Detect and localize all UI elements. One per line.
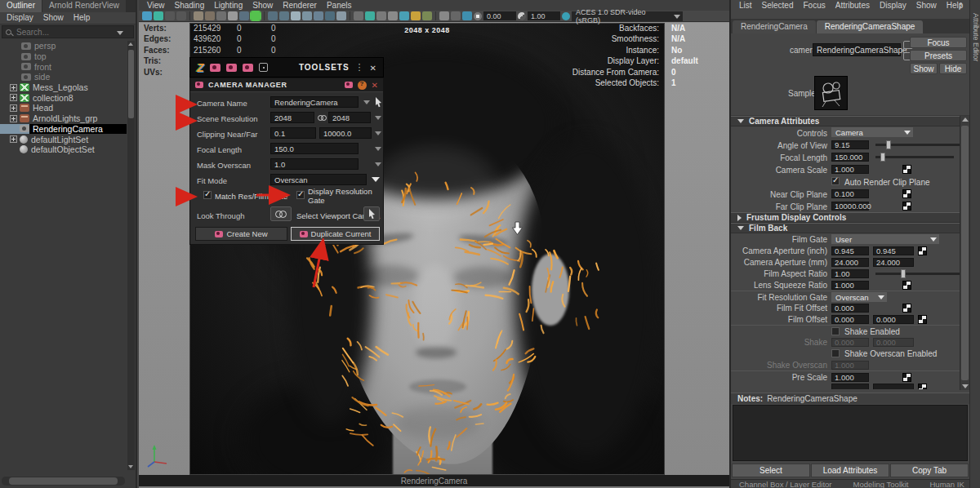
section-film-back[interactable]: Film Back <box>731 223 960 233</box>
checkbox[interactable] <box>831 349 840 357</box>
value-field[interactable]: 1.000 <box>831 361 869 370</box>
mask-overscan-field[interactable]: 1.0 <box>270 158 359 170</box>
select-button[interactable]: Select <box>732 464 810 477</box>
attribute-editor-scrollbar[interactable] <box>960 116 969 390</box>
toolbar-icon[interactable] <box>268 11 278 20</box>
load-attributes-button[interactable]: Load Attributes <box>811 464 889 477</box>
scroll-up-icon[interactable] <box>962 118 969 122</box>
select-viewport-button[interactable] <box>363 206 380 221</box>
value-field[interactable]: 24.000 <box>873 258 914 267</box>
viewport-menu-show[interactable]: Show <box>247 0 278 11</box>
expand-icon[interactable] <box>10 115 17 122</box>
chevron-down-icon[interactable] <box>375 116 381 120</box>
copy-tab-button[interactable]: Copy Tab <box>890 464 969 477</box>
search-input[interactable] <box>15 27 111 38</box>
outliner-item-collection8[interactable]: collection8 <box>0 92 127 103</box>
resolution-width-field[interactable]: 2048 <box>270 112 314 123</box>
slider-handle[interactable] <box>901 269 906 278</box>
value-field[interactable]: 150.000 <box>831 153 869 162</box>
value-field[interactable]: 0.945 <box>831 246 869 255</box>
value-field[interactable]: 10000.000 <box>831 202 869 211</box>
camera-toolset-icon[interactable] <box>210 64 220 72</box>
value-field[interactable]: 1.000 <box>831 165 869 174</box>
outliner-menu-display[interactable]: Display <box>2 12 38 24</box>
outliner-search[interactable] <box>2 25 134 38</box>
duplicate-current-button[interactable]: Duplicate Current <box>291 227 380 241</box>
viewport-menu-view[interactable]: View <box>142 0 170 11</box>
tab-renderingcamerashape[interactable]: RenderingCameraShape <box>817 20 924 33</box>
outliner-item-head[interactable]: Head <box>0 103 127 113</box>
gamma-icon[interactable] <box>518 12 526 20</box>
look-through-button[interactable] <box>270 206 292 221</box>
value-field[interactable]: 24.000 <box>831 258 869 267</box>
toolbar-icon[interactable] <box>251 11 261 20</box>
resolution-height-field[interactable]: 2048 <box>328 112 371 123</box>
toolbar-icon[interactable] <box>399 11 409 20</box>
viewport-menu-lighting[interactable]: Lighting <box>209 0 247 11</box>
display-gate-checkbox[interactable] <box>296 191 305 199</box>
value-field[interactable]: 0.000 <box>831 338 869 347</box>
texture-map-button[interactable] <box>918 315 927 324</box>
notes-textarea[interactable] <box>733 405 968 461</box>
toolbar-icon[interactable] <box>314 11 323 20</box>
value-field[interactable]: 0.100 <box>831 189 869 198</box>
toolbar-icon[interactable] <box>176 11 186 20</box>
value-field[interactable]: 0.000 <box>831 304 869 313</box>
dropdown[interactable]: Camera <box>831 127 913 137</box>
ae-menu-help[interactable]: Help <box>942 0 969 12</box>
fit-mode-dropdown[interactable]: Overscan <box>270 174 367 185</box>
texture-map-button[interactable] <box>902 304 911 313</box>
toolbar-icon[interactable] <box>154 11 163 20</box>
hide-button[interactable]: Hide <box>939 63 967 74</box>
focus-frame-icon[interactable] <box>259 63 268 72</box>
value-field[interactable]: 0.945 <box>873 246 914 255</box>
toolbar-icon[interactable] <box>291 11 301 20</box>
dropdown[interactable]: User <box>831 234 939 244</box>
tab-outliner[interactable]: Outliner <box>0 0 42 12</box>
value-field[interactable]: 0.000 <box>831 315 869 324</box>
texture-map-button[interactable] <box>918 384 927 390</box>
toolbar-icon[interactable] <box>336 11 346 20</box>
tab-renderingcamera[interactable]: RenderingCamera <box>733 20 816 33</box>
toolbar-icon[interactable] <box>216 11 226 20</box>
expand-icon[interactable] <box>10 104 17 112</box>
attribute-scroll-area[interactable]: Camera Attributes ControlsCameraAngle of… <box>731 116 960 390</box>
value-field[interactable]: 0.000 <box>873 315 914 324</box>
outliner-vscrollbar[interactable] <box>127 41 135 470</box>
checkbox[interactable] <box>831 327 840 335</box>
toolbar-icon[interactable] <box>228 11 238 20</box>
clip-near-field[interactable]: 0.1 <box>270 127 316 139</box>
toolbar-icon[interactable] <box>354 11 363 20</box>
toolbar-icon[interactable] <box>165 11 175 20</box>
checkbox[interactable] <box>831 177 840 185</box>
scroll-up-icon[interactable] <box>128 42 133 46</box>
outliner-item-renderingcamera[interactable]: RenderingCamera <box>0 124 127 135</box>
expand-icon[interactable] <box>10 94 17 101</box>
camera-manager-header[interactable]: CAMERA MANAGER <box>190 78 383 92</box>
outliner-item-defaultlightset[interactable]: defaultLightSet <box>0 134 127 144</box>
section-camera-attributes[interactable]: Camera Attributes <box>731 116 960 126</box>
camera-add-icon[interactable] <box>345 82 353 88</box>
slider-handle[interactable] <box>880 153 885 162</box>
presets-button[interactable]: Presets <box>910 50 967 61</box>
toolbar-icon[interactable] <box>279 11 289 20</box>
outliner-hscrollbar[interactable] <box>2 477 125 486</box>
ae-menu-list[interactable]: List <box>734 0 757 12</box>
dock-tab-modeling-toolkit[interactable]: Modeling Toolkit <box>853 480 909 488</box>
value-field[interactable]: 1.00 <box>831 269 869 278</box>
focal-length-field[interactable]: 150.0 <box>270 143 359 154</box>
scroll-down-icon[interactable] <box>128 465 133 468</box>
chevron-down-icon[interactable] <box>375 131 381 135</box>
ae-menu-selected[interactable]: Selected <box>757 0 799 12</box>
toolsets-window-titlebar[interactable]: Z TOOLSETS <box>189 57 384 78</box>
scrollbar-thumb[interactable] <box>128 50 134 118</box>
scrollbar-thumb[interactable] <box>9 477 118 485</box>
chevron-down-icon[interactable] <box>372 177 380 182</box>
outliner-item-persp[interactable]: persp <box>0 41 127 51</box>
outliner-item-top[interactable]: top <box>0 51 127 62</box>
value-field[interactable]: 9.15 <box>831 140 869 149</box>
toolbar-icon[interactable] <box>302 11 312 20</box>
texture-map-button[interactable] <box>902 373 911 382</box>
outliner-item-mess_legolas[interactable]: Mess_Legolas <box>0 82 127 93</box>
clip-far-field[interactable]: 10000.0 <box>319 127 372 139</box>
